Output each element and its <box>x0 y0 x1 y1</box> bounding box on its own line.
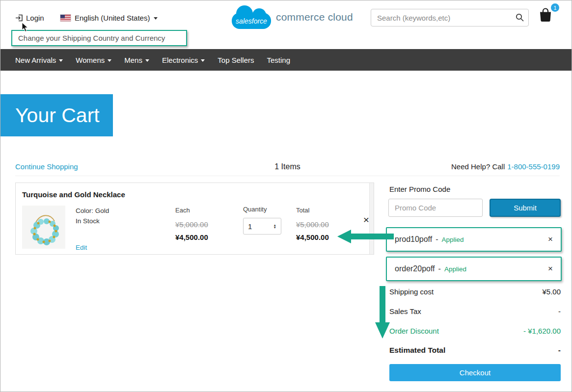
locale-selector[interactable]: English (United States) <box>60 14 158 22</box>
search-box <box>371 9 529 26</box>
commerce-cloud-wordmark: commerce cloud <box>276 11 353 23</box>
locale-label: English (United States) <box>75 14 150 22</box>
estimated-total-label: Estimated Total <box>389 346 445 355</box>
header: Login English (United States) Change you… <box>0 0 572 49</box>
promo-title: Enter Promo Code <box>389 185 450 193</box>
each-label: Each <box>175 207 208 214</box>
nav-item-electronics[interactable]: Electronics <box>162 56 205 64</box>
annotation-arrow-left <box>337 228 394 245</box>
search-input[interactable] <box>371 9 529 26</box>
nav-item-label: New Arrivals <box>15 56 56 64</box>
promo-code-input[interactable] <box>388 199 483 217</box>
each-price-column: Each ¥5,000.00 ¥4,500.00 <box>175 207 208 241</box>
promo-form: Submit <box>388 199 561 217</box>
help-text: Need Help? Call <box>451 162 505 171</box>
necklace-image <box>22 206 65 249</box>
shipping-cost-value: ¥5.00 <box>542 287 561 296</box>
storefront-page: Login English (United States) Change you… <box>0 0 572 392</box>
promo-separator: - <box>436 235 438 244</box>
help-phone-link[interactable]: 1-800-555-0199 <box>507 162 560 171</box>
promo-separator: - <box>438 264 441 273</box>
main-nav: New Arrivals Womens Mens Electronics Top… <box>0 49 572 71</box>
sales-tax-value: - <box>558 307 561 315</box>
total-price-column: Total ¥5,000.00 ¥4,500.00 <box>296 207 329 241</box>
stepper-arrows-icon: ▲▼ <box>273 224 276 229</box>
page-title: Your Cart <box>15 104 100 127</box>
nav-item-testing[interactable]: Testing <box>267 56 291 64</box>
minicart-link[interactable]: 1 <box>538 7 555 24</box>
sales-tax-label: Sales Tax <box>389 307 421 315</box>
product-name: Turquoise and Gold Necklace <box>22 190 125 199</box>
shipping-cost-row: Shipping cost ¥5.00 <box>389 287 561 296</box>
total-original-price: ¥5,000.00 <box>296 220 329 229</box>
chevron-down-icon <box>145 59 149 62</box>
nav-item-mens[interactable]: Mens <box>124 56 149 64</box>
nav-item-womens[interactable]: Womens <box>76 56 111 64</box>
promo-submit-button[interactable]: Submit <box>490 199 561 217</box>
callout-text: Change your Shipping Country and Currenc… <box>18 34 165 42</box>
applied-promo-order20poff: order20poff - Applied × <box>386 257 562 281</box>
total-label: Total <box>296 207 329 214</box>
cart-item-card: Turquoise and Gold Necklace Color: Gold <box>15 183 374 255</box>
login-link[interactable]: Login <box>15 14 44 22</box>
mouse-cursor <box>22 22 29 32</box>
chevron-down-icon <box>154 17 158 20</box>
items-count: 1 Items <box>274 162 300 171</box>
page-title-banner: Your Cart <box>0 94 113 136</box>
chevron-down-icon <box>108 59 111 62</box>
shipping-country-callout: Change your Shipping Country and Currenc… <box>11 30 187 46</box>
annotation-arrow-down <box>375 286 390 339</box>
checkout-button[interactable]: Checkout <box>389 364 561 381</box>
order-discount-row: Order Discount - ¥1,620.00 <box>389 327 561 335</box>
login-label: Login <box>26 14 44 22</box>
promo-status: Applied <box>444 265 466 273</box>
estimated-total-value: - <box>558 346 561 355</box>
cart-topbar: Continue Shopping 1 Items Need Help? Cal… <box>15 157 560 176</box>
quantity-column: Quantity 1 ▲▼ <box>243 206 281 235</box>
quantity-select[interactable]: 1 ▲▼ <box>243 218 281 235</box>
promo-code: order20poff <box>395 264 435 273</box>
need-help: Need Help? Call 1-800-555-0199 <box>451 162 560 171</box>
quantity-value: 1 <box>248 222 252 231</box>
remove-promo-button[interactable]: × <box>548 235 553 244</box>
order-discount-label: Order Discount <box>389 327 439 335</box>
estimated-total-row: Estimated Total - <box>389 346 561 355</box>
us-flag-icon <box>60 15 71 21</box>
nav-item-label: Testing <box>267 56 291 64</box>
order-discount-value: - ¥1,620.00 <box>523 327 561 335</box>
applied-promo-prod10poff: prod10poff - Applied × <box>386 227 562 252</box>
shipping-cost-label: Shipping cost <box>389 287 434 296</box>
sales-tax-row: Sales Tax - <box>389 307 561 315</box>
cart-count-badge: 1 <box>551 3 559 12</box>
nav-item-label: Electronics <box>162 56 198 64</box>
total-sale-price: ¥4,500.00 <box>296 233 329 241</box>
each-original-price: ¥5,000.00 <box>175 220 208 229</box>
continue-shopping-link[interactable]: Continue Shopping <box>15 162 78 171</box>
remove-promo-button[interactable]: × <box>548 264 553 274</box>
flag-canton <box>60 15 65 18</box>
quantity-label: Quantity <box>243 206 281 213</box>
search-icon[interactable] <box>516 13 524 22</box>
edit-item-link[interactable]: Edit <box>76 244 87 251</box>
item-attributes: Color: Gold In Stock Edit <box>76 207 109 251</box>
cart-summary: Enter Promo Code Submit prod10poff - App… <box>388 182 561 388</box>
chevron-down-icon <box>201 59 205 62</box>
each-sale-price: ¥4,500.00 <box>175 233 208 241</box>
nav-item-label: Mens <box>124 56 142 64</box>
login-icon <box>15 14 23 22</box>
logo[interactable]: salesforce commerce cloud <box>232 4 353 30</box>
promo-code: prod10poff <box>395 235 432 244</box>
chevron-down-icon <box>59 59 63 62</box>
stock-status: In Stock <box>76 217 109 225</box>
nav-item-top-sellers[interactable]: Top Sellers <box>218 56 254 64</box>
nav-item-label: Top Sellers <box>218 56 254 64</box>
color-attribute: Color: Gold <box>76 207 109 214</box>
promo-status: Applied <box>442 236 464 243</box>
salesforce-logo: salesforce <box>232 4 271 30</box>
salesforce-wordmark: salesforce <box>232 17 271 25</box>
nav-item-new-arrivals[interactable]: New Arrivals <box>15 56 63 64</box>
nav-item-label: Womens <box>76 56 105 64</box>
product-image[interactable] <box>22 206 65 249</box>
